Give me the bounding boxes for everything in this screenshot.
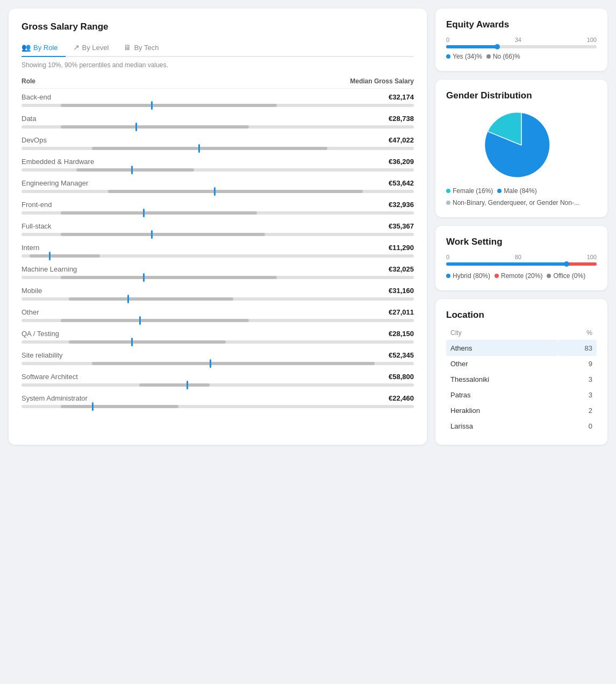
role-name: Intern <box>22 244 39 252</box>
role-name: Other <box>22 308 39 316</box>
salary-row: Site reliability €52,345 <box>22 351 414 365</box>
salary-role-line: Engineering Manager €53,642 <box>22 179 414 187</box>
salary-row: Machine Learning €32,025 <box>22 265 414 279</box>
pct-cell: 2 <box>558 403 597 418</box>
work-track <box>446 262 597 266</box>
pct-cell: 3 <box>558 372 597 387</box>
equity-track <box>446 45 597 48</box>
bar-median <box>187 381 188 389</box>
gender-pie-chart <box>484 108 559 183</box>
equity-legend-yes: Yes (34)% <box>446 53 482 60</box>
bar-fill <box>30 254 100 258</box>
salary-role-line: Full-stack €35,367 <box>22 222 414 230</box>
pie-chart-container <box>446 108 597 183</box>
hybrid-legend: Hybrid (80%) <box>446 272 490 280</box>
salary-row: QA / Testing €28,150 <box>22 330 414 344</box>
bar-track <box>22 190 414 193</box>
nonbinary-dot <box>446 201 450 205</box>
bar-median <box>151 230 153 239</box>
tab-by-level[interactable]: ↗ By Level <box>66 39 117 57</box>
office-dot <box>547 274 551 278</box>
salary-role-line: Front-end €32,936 <box>22 201 414 209</box>
role-name: QA / Testing <box>22 330 59 338</box>
salary-value: €58,800 <box>389 373 414 381</box>
salary-row: Full-stack €35,367 <box>22 222 414 236</box>
salary-row: DevOps €47,022 <box>22 136 414 150</box>
salary-value: €32,174 <box>389 93 414 101</box>
location-row: Thessaloniki 3 <box>446 372 597 387</box>
salary-value: €52,345 <box>389 351 414 359</box>
equity-legend: Yes (34)% No (66)% <box>446 53 597 60</box>
bar-median <box>131 166 133 174</box>
work-labels: 0 80 100 <box>446 254 597 260</box>
bar-fill <box>61 319 249 322</box>
city-cell: Thessaloniki <box>446 372 558 387</box>
bar-track <box>22 147 414 150</box>
bar-fill <box>61 104 277 107</box>
city-cell: Heraklion <box>446 403 558 418</box>
gender-distribution-card: Gender Distribution Female (16%) <box>435 80 607 217</box>
salary-rows: Back-end €32,174 Data €28,738 DevOps €47… <box>22 93 414 408</box>
city-cell: Larissa <box>446 418 558 434</box>
salary-row: Intern €11,290 <box>22 244 414 258</box>
bar-fill <box>139 383 210 387</box>
location-row: Patras 3 <box>446 387 597 403</box>
role-name: Site reliability <box>22 351 63 359</box>
pct-cell: 3 <box>558 387 597 403</box>
location-card: Location City % Athens 83 Other 9 Thessa… <box>435 299 607 445</box>
equity-yes-dot <box>446 54 450 59</box>
salary-role-line: Mobile €31,160 <box>22 287 414 295</box>
city-cell: Patras <box>446 387 558 403</box>
salary-row: Software Architect €58,800 <box>22 373 414 387</box>
remote-legend: Remote (20%) <box>495 272 542 280</box>
office-legend: Office (0%) <box>547 272 585 280</box>
role-name: DevOps <box>22 136 47 144</box>
bar-median <box>139 316 141 325</box>
salary-row: Engineering Manager €53,642 <box>22 179 414 193</box>
tab-by-tech[interactable]: 🖥 By Tech <box>116 39 166 57</box>
bar-median <box>143 273 145 282</box>
role-name: Software Architect <box>22 373 78 381</box>
bar-median <box>198 144 200 153</box>
salary-role-line: Software Architect €58,800 <box>22 373 414 381</box>
salary-value: €32,025 <box>389 265 414 273</box>
salary-row: Embedded & Hardware €36,209 <box>22 158 414 172</box>
salary-row: Mobile €31,160 <box>22 287 414 301</box>
by-role-icon: 👥 <box>22 43 31 52</box>
salary-row: Front-end €32,936 <box>22 201 414 215</box>
salary-role-line: QA / Testing €28,150 <box>22 330 414 338</box>
bar-track <box>22 104 414 107</box>
bar-track <box>22 405 414 408</box>
salary-role-line: Embedded & Hardware €36,209 <box>22 158 414 166</box>
location-title: Location <box>446 310 597 320</box>
bar-fill <box>92 362 375 365</box>
bar-fill <box>61 125 249 129</box>
bar-track <box>22 319 414 322</box>
bar-track <box>22 254 414 258</box>
role-name: System Administrator <box>22 394 88 402</box>
by-tech-icon: 🖥 <box>124 43 131 52</box>
city-header: City <box>446 327 558 340</box>
bar-track <box>22 276 414 279</box>
bar-median <box>131 338 133 346</box>
work-dot <box>564 261 569 267</box>
salary-tabs: 👥 By Role ↗ By Level 🖥 By Tech <box>22 39 414 57</box>
city-cell: Athens <box>446 340 558 357</box>
location-row: Larissa 0 <box>446 418 597 434</box>
bar-track <box>22 168 414 172</box>
bar-median <box>214 187 216 196</box>
bar-track <box>22 233 414 236</box>
city-cell: Other <box>446 356 558 372</box>
right-panel: Equity Awards 0 34 100 Yes (34)% No (66)… <box>435 9 607 445</box>
tab-by-role[interactable]: 👥 By Role <box>22 39 66 57</box>
salary-role-line: Data €28,738 <box>22 115 414 123</box>
bar-fill <box>61 276 277 279</box>
salary-row: Data €28,738 <box>22 115 414 129</box>
bar-fill <box>92 147 327 150</box>
nonbinary-legend: Non-Binary, Genderqueer, or Gender Non-.… <box>446 199 579 206</box>
pct-cell: 9 <box>558 356 597 372</box>
pct-header: % <box>558 327 597 340</box>
role-name: Full-stack <box>22 222 52 230</box>
bar-track <box>22 383 414 387</box>
salary-role-line: Back-end €32,174 <box>22 93 414 101</box>
